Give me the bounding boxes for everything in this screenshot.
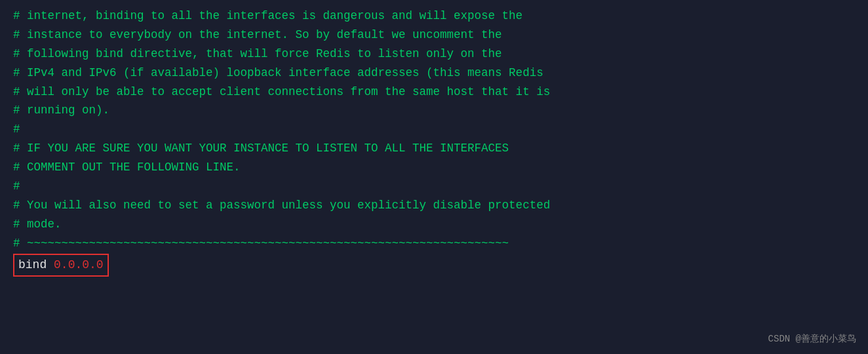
code-line-5: # will only be able to accept client con… (13, 83, 855, 102)
code-line-1: # internet, binding to all the interface… (13, 7, 855, 26)
code-line-6: # running on). (13, 101, 855, 120)
bind-ip: 0.0.0.0 (54, 258, 104, 271)
code-line-10: # (13, 177, 855, 196)
code-line-11: # You will also need to set a password u… (13, 196, 855, 215)
watermark: CSDN @善意的小菜鸟 (768, 332, 856, 346)
terminal-window: # internet, binding to all the interface… (0, 0, 868, 354)
code-line-8: # IF YOU ARE SURE YOU WANT YOUR INSTANCE… (13, 139, 855, 158)
code-line-12: # mode. (13, 215, 855, 234)
code-line-13: # ~~~~~~~~~~~~~~~~~~~~~~~~~~~~~~~~~~~~~~… (13, 234, 855, 253)
code-line-9: # COMMENT OUT THE FOLLOWING LINE. (13, 158, 855, 177)
bind-value (47, 258, 54, 271)
code-line-2: # instance to everybody on the internet.… (13, 26, 855, 45)
bind-line: bind 0.0.0.0 (13, 252, 855, 277)
code-line-4: # IPv4 and IPv6 (if available) loopback … (13, 64, 855, 83)
code-line-7: # (13, 120, 855, 139)
bind-box: bind 0.0.0.0 (13, 254, 109, 277)
bind-keyword: bind (18, 258, 47, 271)
code-line-3: # following bind directive, that will fo… (13, 45, 855, 64)
